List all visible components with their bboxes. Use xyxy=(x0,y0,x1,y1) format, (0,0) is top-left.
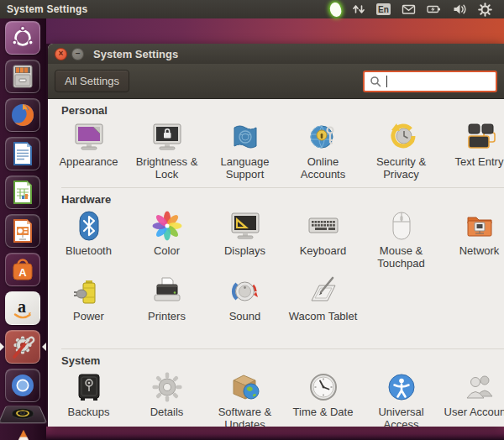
settings-item-language-support[interactable]: Language Support xyxy=(206,120,284,182)
settings-item-label: Network xyxy=(459,244,500,257)
settings-item-label: Brightness & Lock xyxy=(129,155,205,181)
settings-item-label: Security & Privacy xyxy=(364,155,439,181)
section-divider xyxy=(61,348,504,349)
launcher-item-software-center[interactable]: A xyxy=(5,253,40,286)
settings-item-displays[interactable]: Displays xyxy=(206,209,284,271)
settings-item-keyboard[interactable]: Keyboard xyxy=(284,209,362,271)
wacom-tablet-icon xyxy=(307,275,340,308)
chromium-icon xyxy=(9,372,36,399)
settings-item-backups[interactable]: Backups xyxy=(50,370,128,427)
time-date-icon xyxy=(307,370,340,404)
settings-item-label: Time & Date xyxy=(293,406,354,418)
section-divider xyxy=(61,187,504,188)
settings-item-label: Details xyxy=(150,406,184,418)
ubuntu-dash-icon xyxy=(9,24,36,51)
settings-item-brightness-lock[interactable]: Brightness & Lock xyxy=(128,120,206,182)
text-caret xyxy=(386,76,387,87)
online-accounts-icon xyxy=(307,120,340,154)
keyboard-icon xyxy=(307,209,340,243)
settings-item-label: Appearance xyxy=(59,155,118,168)
window-titlebar[interactable]: × – System Settings xyxy=(48,44,504,64)
network-icon xyxy=(463,209,496,243)
universal-access-icon xyxy=(385,370,418,404)
settings-item-software-updates[interactable]: Software & Updates xyxy=(206,370,284,427)
settings-item-details[interactable]: Details xyxy=(128,370,206,427)
unity-launcher: Aa xyxy=(0,18,46,440)
power-icon xyxy=(72,275,106,308)
settings-item-label: Bluetooth xyxy=(66,244,112,257)
session-gear-icon[interactable] xyxy=(478,3,492,17)
appearance-icon xyxy=(72,120,106,154)
battery-icon[interactable] xyxy=(427,3,442,16)
search-input[interactable] xyxy=(363,71,497,92)
launcher-item-libreoffice-calc[interactable] xyxy=(5,175,40,209)
firefox-icon xyxy=(9,102,36,128)
mail-icon[interactable] xyxy=(402,3,416,16)
section-grid: Backups Details Software & Updates Time … xyxy=(48,370,504,427)
settings-panel: Personal Appearance Brightness & Lock La… xyxy=(48,104,504,427)
minimize-button[interactable]: – xyxy=(71,48,84,60)
settings-item-label: Sound xyxy=(229,310,261,322)
desktop-wallpaper-bottom xyxy=(46,427,504,440)
launcher-item-libreoffice-writer[interactable] xyxy=(5,137,40,170)
settings-item-appearance[interactable]: Appearance xyxy=(50,120,128,182)
settings-item-network[interactable]: Network xyxy=(440,209,504,271)
launcher-item-system-settings[interactable] xyxy=(5,330,40,364)
libreoffice-calc-icon xyxy=(9,179,36,206)
settings-item-label: Printers xyxy=(148,310,186,322)
launcher-item-chromium[interactable] xyxy=(5,369,40,402)
settings-item-power[interactable]: Power xyxy=(50,275,128,337)
settings-item-label: Power xyxy=(73,310,104,322)
settings-item-online-accounts[interactable]: Online Accounts xyxy=(284,120,362,182)
settings-item-bluetooth[interactable]: Bluetooth xyxy=(50,209,128,271)
settings-item-sound[interactable]: Sound xyxy=(206,275,284,337)
launcher-item-ubuntu-dash[interactable] xyxy=(5,21,40,55)
launcher-item-firefox[interactable] xyxy=(5,98,40,132)
launcher-item-libreoffice-impress[interactable] xyxy=(5,214,40,248)
settings-item-label: Keyboard xyxy=(300,244,347,257)
system-settings-icon xyxy=(9,333,36,360)
status-blob-icon[interactable] xyxy=(328,1,343,18)
user-accounts-icon xyxy=(463,370,496,404)
focused-app-arrow-right xyxy=(42,343,46,351)
settings-item-security-privacy[interactable]: Security & Privacy xyxy=(362,120,440,182)
window-title: System Settings xyxy=(93,48,178,60)
software-updates-icon xyxy=(228,370,262,404)
vlc-cone-icon xyxy=(3,429,43,440)
settings-section: Hardware Bluetooth Color Displays Keyboa… xyxy=(48,193,504,349)
settings-item-wacom-tablet[interactable]: Wacom Tablet xyxy=(284,275,362,337)
settings-item-mouse-touchpad[interactable]: Mouse & Touchpad xyxy=(362,209,440,271)
settings-item-label: Displays xyxy=(224,244,265,257)
system-tray: En xyxy=(330,3,504,17)
settings-item-universal-access[interactable]: Universal Access xyxy=(362,370,440,427)
focused-app-arrow-left xyxy=(0,343,4,351)
network-arrows-icon[interactable] xyxy=(352,3,365,16)
files-icon xyxy=(9,63,36,90)
settings-item-printers[interactable]: Printers xyxy=(128,275,206,337)
keyboard-layout-indicator[interactable]: En xyxy=(376,3,391,15)
section-header-personal: Personal xyxy=(61,104,504,117)
bluetooth-icon xyxy=(72,209,106,243)
settings-item-color[interactable]: Color xyxy=(128,209,206,271)
section-grid: Bluetooth Color Displays Keyboard Mouse … xyxy=(48,209,504,337)
settings-item-user-accounts[interactable]: User Accounts xyxy=(440,370,504,427)
settings-section: System Backups Details Software & Update… xyxy=(48,354,504,427)
launcher-item-folded-media[interactable] xyxy=(0,406,47,424)
settings-item-text-entry[interactable]: Text Entry xyxy=(440,120,504,182)
settings-item-label: Language Support xyxy=(207,155,283,181)
all-settings-button[interactable]: All Settings xyxy=(55,70,129,92)
close-button[interactable]: × xyxy=(55,48,67,60)
launcher-item-files[interactable] xyxy=(5,60,40,93)
launcher-item-amazon[interactable]: a xyxy=(5,291,40,325)
svg-text:A: A xyxy=(18,266,27,279)
settings-item-label: Text Entry xyxy=(455,155,504,168)
system-settings-window: × – System Settings All Settings Persona… xyxy=(48,44,504,427)
printers-icon xyxy=(150,275,184,308)
software-center-icon: A xyxy=(9,256,36,283)
volume-icon[interactable] xyxy=(453,3,467,16)
settings-item-time-date[interactable]: Time & Date xyxy=(284,370,362,427)
launcher-item-vlc[interactable] xyxy=(1,429,46,440)
color-icon xyxy=(150,209,184,243)
section-header-system: System xyxy=(61,354,504,367)
settings-item-label: Software & Updates xyxy=(207,406,283,427)
